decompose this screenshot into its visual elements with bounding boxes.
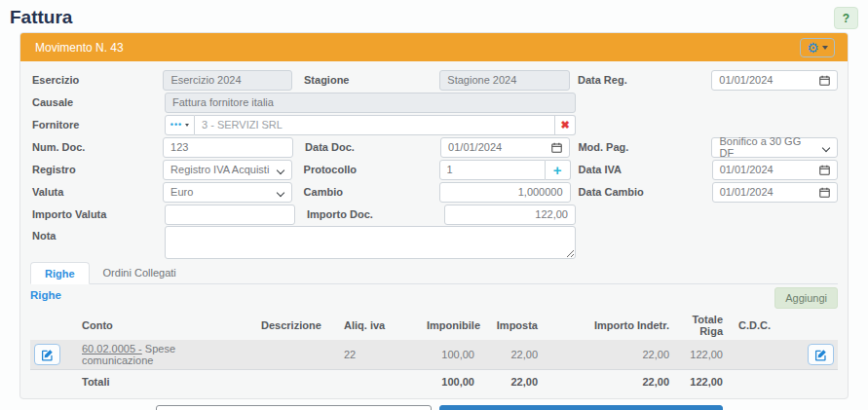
tab-ordini-collegati[interactable]: Ordini Collegati xyxy=(90,262,190,283)
valuta-label: Valuta xyxy=(30,186,163,198)
edit-row-button[interactable] xyxy=(34,344,60,365)
fornitore-label: Fornitore xyxy=(30,119,165,130)
header-conto: Conto xyxy=(74,317,253,334)
movimento-card-body: Esercizio Esercizio 2024 Stagione Stagio… xyxy=(20,61,848,398)
calendar-icon xyxy=(819,75,830,86)
mod-pag-value: Bonifico a 30 GG DF xyxy=(719,135,817,159)
fornitore-picker-button[interactable]: ••• xyxy=(165,115,195,135)
causale-label: Causale xyxy=(30,96,165,108)
totals-label: Totali xyxy=(74,373,253,391)
fornitore-clear-button[interactable]: ✖ xyxy=(555,115,576,135)
table-row: 60.02.0005 - Spese comunicazione 22 100,… xyxy=(30,340,838,369)
valuta-value: Euro xyxy=(170,186,193,198)
data-cambio-input[interactable]: 01/01/2024 xyxy=(712,182,838,203)
page-title: Fattura xyxy=(10,7,72,28)
chevron-down-icon xyxy=(822,46,828,50)
header-edit-spacer xyxy=(791,322,838,328)
row-edit-cell-right xyxy=(791,341,838,368)
calendar-icon xyxy=(819,187,830,198)
header-imposta: Imposta xyxy=(482,317,546,334)
row-edit-cell xyxy=(30,342,74,367)
movimento-card: Movimento N. 43 ⚙ Esercizio Esercizio 20… xyxy=(19,32,849,399)
cell-imponibile: 100,00 xyxy=(419,346,482,363)
data-doc-value: 01/01/2024 xyxy=(448,141,502,153)
fornitore-input[interactable] xyxy=(195,115,555,135)
form-row-numdoc: Num. Doc. Data Doc. 01/01/2024 Mod. Pag.… xyxy=(30,136,838,158)
protocollo-input[interactable] xyxy=(439,160,546,180)
cambio-label: Cambio xyxy=(292,186,439,198)
tab-righe[interactable]: Righe xyxy=(30,262,90,284)
movimento-title: Movimento N. 43 xyxy=(35,41,124,55)
header-aliq-iva: Aliq. iva xyxy=(336,317,419,334)
edit-row-button[interactable] xyxy=(808,344,834,365)
header-importo-indetr: Importo Indetr. xyxy=(546,317,677,334)
form-row-registro: Registro Registro IVA Acquisti Protocoll… xyxy=(30,159,838,180)
form-row-esercizio: Esercizio Esercizio 2024 Stagione Stagio… xyxy=(30,69,838,91)
cell-importo-indetr: 22,00 xyxy=(546,346,677,363)
data-doc-input[interactable]: 01/01/2024 xyxy=(440,137,570,158)
righe-section-bar: Righe Aggiungi xyxy=(30,287,838,310)
gear-icon: ⚙ xyxy=(807,41,819,55)
fornitore-group: ••• ✖ xyxy=(165,115,576,135)
registra-button[interactable]: Registra xyxy=(439,405,723,410)
causale-value: Fattura fornitore italia xyxy=(172,96,274,108)
protocollo-group: + xyxy=(439,160,571,180)
importo-doc-label: Importo Doc. xyxy=(295,208,444,220)
data-cambio-value: 01/01/2024 xyxy=(720,186,774,198)
importo-doc-input[interactable] xyxy=(444,205,576,225)
totals-empty xyxy=(336,379,419,385)
settings-dropdown-button[interactable]: ⚙ xyxy=(800,38,835,57)
aggiungi-button[interactable]: Aggiungi xyxy=(774,287,838,309)
righe-table: Conto Descrizione Aliq. iva Imponibile I… xyxy=(30,311,838,392)
importo-valuta-input[interactable] xyxy=(165,205,295,225)
table-totals-row: Totali 100,00 22,00 22,00 122,00 xyxy=(30,369,838,392)
close-icon: ✖ xyxy=(560,119,569,131)
calendar-icon xyxy=(551,142,562,153)
valuta-select[interactable]: Euro xyxy=(163,182,292,203)
totals-importo-indetr: 22,00 xyxy=(546,373,677,391)
data-iva-input[interactable]: 01/01/2024 xyxy=(712,160,838,180)
mod-pag-select[interactable]: Bonifico a 30 GG DF xyxy=(711,137,838,158)
header-totale-riga: Totale Riga xyxy=(677,311,731,340)
nota-textarea[interactable] xyxy=(165,226,576,259)
header-descrizione: Descrizione xyxy=(253,317,336,334)
data-cambio-label: Data Cambio xyxy=(571,186,712,198)
totals-empty xyxy=(731,379,791,385)
totals-totale-riga: 122,00 xyxy=(677,373,731,391)
righe-section-link[interactable]: Righe xyxy=(30,289,61,301)
esercizio-field: Esercizio 2024 xyxy=(163,70,292,91)
stagione-field: Stagione 2024 xyxy=(439,70,570,91)
cell-imposta: 22,00 xyxy=(482,346,546,363)
tab-bar: Righe Ordini Collegati xyxy=(30,262,838,284)
protocollo-add-button[interactable]: + xyxy=(546,160,571,180)
num-doc-input[interactable] xyxy=(163,137,293,158)
cambio-input[interactable] xyxy=(439,182,571,203)
ellipsis-icon: ••• xyxy=(170,121,182,130)
data-reg-input[interactable]: 01/01/2024 xyxy=(711,70,838,91)
chevron-down-icon xyxy=(185,124,189,127)
conto-link[interactable]: 60.02.0005 - xyxy=(82,343,142,354)
esercizio-value: Esercizio 2024 xyxy=(170,74,241,86)
help-button[interactable]: ? xyxy=(834,7,858,29)
stagione-label: Stagione xyxy=(292,74,439,86)
edit-icon xyxy=(41,349,54,361)
form-row-fornitore: Fornitore ••• ✖ xyxy=(30,114,838,135)
form-row-nota: Nota xyxy=(30,226,838,259)
causale-field: Fattura fornitore italia xyxy=(165,93,576,113)
footer-actions: Indietro Registra xyxy=(0,405,868,410)
plus-icon: + xyxy=(553,163,562,177)
calendar-icon xyxy=(819,165,830,175)
totals-empty xyxy=(791,379,838,385)
mod-pag-label: Mod. Pag. xyxy=(570,141,711,153)
registro-select[interactable]: Registro IVA Acquisti xyxy=(163,160,292,180)
header-edit-spacer xyxy=(30,323,74,327)
movimento-card-header: Movimento N. 43 ⚙ xyxy=(20,33,848,61)
top-bar: Fattura ? xyxy=(0,0,868,32)
data-doc-label: Data Doc. xyxy=(293,141,440,153)
totals-imponibile: 100,00 xyxy=(419,373,482,391)
registro-value: Registro IVA Acquisti xyxy=(170,164,269,175)
header-cdc: C.D.C. xyxy=(731,317,791,334)
importo-valuta-label: Importo Valuta xyxy=(30,208,165,220)
registro-label: Registro xyxy=(30,164,163,175)
indietro-button[interactable]: Indietro xyxy=(156,405,432,410)
